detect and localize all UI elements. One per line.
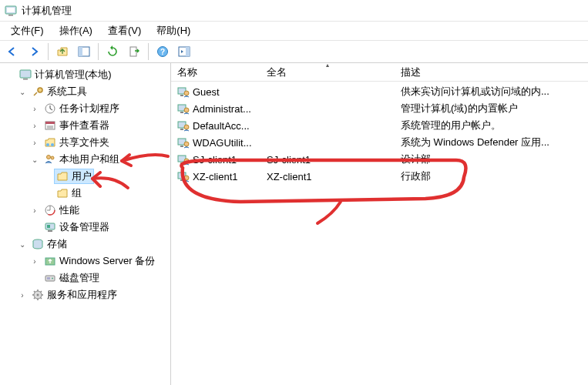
svg-rect-30 [47, 277, 50, 280]
svg-rect-25 [47, 225, 50, 228]
performance-icon [44, 204, 56, 216]
services-icon [32, 289, 44, 301]
list-row[interactable]: DefaultAcc...系统管理的用户帐户。 [171, 117, 588, 134]
svg-rect-11 [23, 79, 28, 80]
computer-icon [19, 69, 32, 81]
tree-services-apps[interactable]: › 服务和应用程序 [0, 286, 170, 303]
list-row[interactable]: Guest供来宾访问计算机或访问域的内... [171, 83, 588, 100]
tree-local-users-groups[interactable]: ⌄ 本地用户和组 [0, 151, 170, 168]
disk-icon [44, 272, 56, 284]
tree-groups[interactable]: 组 [0, 185, 170, 202]
chevron-right-icon[interactable]: › [29, 103, 40, 114]
list-body: Guest供来宾访问计算机或访问域的内...Administrat...管理计算… [171, 82, 588, 185]
help-button[interactable]: ? [153, 42, 172, 61]
tree-label: 计算机管理(本地) [35, 68, 112, 82]
column-label: 名称 [177, 65, 197, 79]
svg-rect-9 [186, 47, 190, 56]
list-row[interactable]: Administrat...管理计算机(域)的内置帐户 [171, 100, 588, 117]
tree-label: 磁盘管理 [59, 271, 99, 285]
clock-icon [44, 102, 56, 115]
cell-name: Administrat... [193, 103, 251, 115]
svg-point-17 [46, 143, 49, 146]
svg-rect-14 [45, 122, 55, 124]
chevron-down-icon[interactable]: ⌄ [17, 86, 28, 97]
cell-name: Guest [193, 86, 220, 98]
actions-pane-button[interactable] [175, 42, 193, 61]
tree-disk-management[interactable]: 磁盘管理 [0, 270, 170, 286]
forward-button[interactable] [25, 42, 43, 61]
shared-folder-icon [44, 136, 56, 149]
svg-rect-43 [180, 146, 183, 147]
tree-label: 设备管理器 [59, 220, 109, 234]
svg-point-41 [184, 125, 189, 129]
svg-point-20 [51, 156, 54, 159]
cell-name: DefaultAcc... [193, 120, 250, 132]
tree-label: 事件查看器 [59, 119, 109, 132]
tree-label: 本地用户和组 [59, 152, 119, 166]
menu-help[interactable]: 帮助(H) [149, 22, 198, 39]
tree-storage[interactable]: ⌄ 存储 [0, 236, 170, 253]
svg-point-47 [184, 159, 189, 163]
tree-system-tools[interactable]: ⌄ 系统工具 [0, 83, 170, 100]
cell-name: XZ-client1 [193, 171, 238, 182]
svg-rect-34 [180, 95, 183, 96]
list-row[interactable]: XZ-client1XZ-client1行政部 [171, 168, 588, 185]
chevron-right-icon[interactable]: › [29, 137, 40, 148]
tree-windows-server-backup[interactable]: › Windows Server 备份 [0, 253, 170, 270]
tree-label: 服务和应用程序 [47, 288, 117, 302]
user-icon [177, 119, 190, 132]
column-header-description[interactable]: 描述 [395, 63, 588, 81]
back-button[interactable] [3, 42, 22, 61]
svg-point-32 [37, 294, 39, 296]
user-icon [177, 136, 190, 149]
menu-action[interactable]: 操作(A) [52, 22, 100, 39]
chevron-right-icon[interactable]: › [29, 256, 40, 266]
list-row[interactable]: WDAGUtilit...系统为 Windows Defender 应用... [171, 134, 588, 151]
menubar: 文件(F) 操作(A) 查看(V) 帮助(H) [0, 22, 588, 40]
computer-management-window: 计算机管理 文件(F) 操作(A) 查看(V) 帮助(H) ? [0, 0, 588, 385]
tree-label: 系统工具 [47, 85, 87, 99]
column-header-fullname[interactable]: 全名 ▴ [260, 63, 395, 81]
tree-event-viewer[interactable]: › 事件查看器 [0, 117, 170, 134]
svg-rect-37 [180, 112, 183, 113]
expander-icon [29, 222, 40, 233]
chevron-down-icon[interactable]: ⌄ [29, 154, 40, 165]
tree-root[interactable]: 计算机管理(本地) [0, 66, 170, 83]
expander-icon[interactable] [5, 69, 15, 80]
cell-fullname: XZ-client1 [267, 171, 312, 182]
app-icon [5, 5, 17, 17]
cell-fullname: SJ-client1 [267, 154, 311, 166]
tree-task-scheduler[interactable]: › 任务计划程序 [0, 100, 170, 117]
folder-icon [56, 170, 69, 182]
export-button[interactable] [125, 42, 143, 61]
cell-name: WDAGUtilit... [193, 137, 252, 149]
svg-point-19 [47, 156, 51, 159]
refresh-button[interactable] [103, 42, 122, 61]
column-header-name[interactable]: 名称 [171, 63, 260, 81]
tree-device-manager[interactable]: 设备管理器 [0, 219, 170, 236]
show-hide-tree-button[interactable] [75, 42, 93, 61]
chevron-right-icon[interactable]: › [17, 290, 28, 300]
svg-point-18 [51, 143, 54, 146]
svg-point-44 [184, 142, 189, 146]
list-row[interactable]: SJ-client1SJ-client1设计部 [171, 151, 588, 168]
list-header: 名称 全名 ▴ 描述 [171, 63, 588, 82]
users-groups-icon [44, 153, 56, 166]
cell-description: 设计部 [401, 153, 431, 165]
menu-view[interactable]: 查看(V) [100, 22, 149, 39]
menu-file[interactable]: 文件(F) [3, 22, 52, 39]
tree-performance[interactable]: › 性能 [0, 202, 170, 219]
chevron-down-icon[interactable]: ⌄ [17, 239, 28, 249]
chevron-right-icon[interactable]: › [29, 205, 40, 216]
column-label: 全名 [267, 65, 287, 79]
tree-shared-folders[interactable]: › 共享文件夹 [0, 134, 170, 151]
svg-rect-40 [180, 129, 183, 130]
tree-label: 共享文件夹 [59, 136, 109, 149]
up-button[interactable] [53, 42, 72, 61]
device-manager-icon [44, 221, 56, 233]
user-icon [177, 85, 190, 98]
toolbar-separator [48, 43, 49, 60]
svg-text:?: ? [160, 48, 165, 56]
chevron-right-icon[interactable]: › [29, 120, 40, 131]
tree-users[interactable]: 用户 [0, 168, 170, 185]
